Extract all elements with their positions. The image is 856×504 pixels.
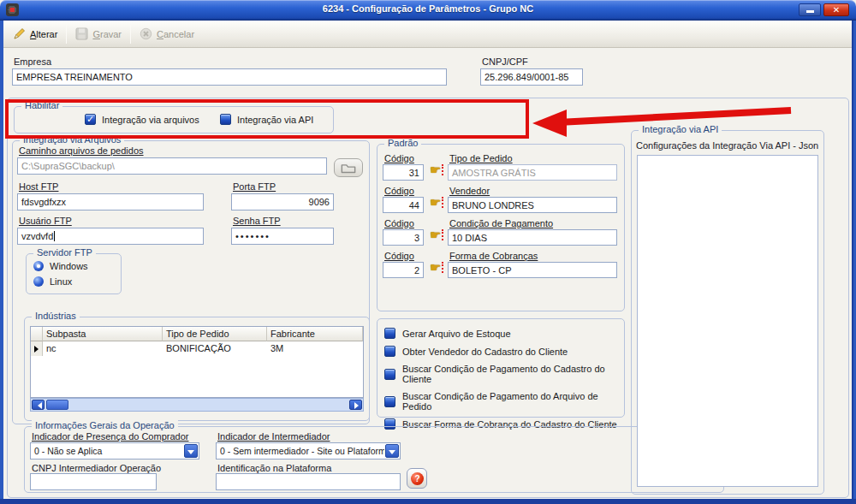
scroll-left-button[interactable] [32, 400, 45, 410]
host-ftp-field[interactable]: fdsvgdfxzx [17, 193, 204, 210]
opcoes-panel: Gerar Arquivo de EstoqueObter Vendedor d… [377, 318, 625, 418]
integracao-api-checkbox[interactable] [220, 114, 231, 125]
informacoes-group: Informações Gerais da Operação Indicador… [24, 426, 724, 493]
padrao-field[interactable]: AMOSTRA GRÁTIS [448, 164, 617, 181]
codigo-field[interactable]: 31 [383, 164, 424, 181]
option-checkbox[interactable] [384, 328, 395, 339]
servidor-ftp-group: Servidor FTP WindowsLinux [26, 253, 122, 294]
usuario-ftp-label: Usuário FTP [19, 216, 72, 226]
integracao-api-group-title: Integração via API [639, 124, 722, 134]
table-cell: BONIFICAÇÃO [163, 341, 267, 356]
codigo-label: Código [384, 186, 414, 196]
empresa-label: Empresa [14, 56, 51, 67]
browse-folder-button[interactable] [334, 158, 363, 177]
codigo-field[interactable]: 3 [383, 229, 424, 246]
industrias-group: Indústrias SubpastaTipo de PedidoFabrica… [24, 317, 370, 421]
red-dots [442, 262, 443, 273]
scrollbar-thumb[interactable] [46, 400, 68, 410]
alterar-button[interactable]: Alterar [7, 24, 63, 44]
option-checkbox[interactable] [384, 369, 395, 380]
table-cell: nc [43, 341, 163, 356]
column-header: Subpasta [43, 327, 163, 341]
padrao-row: Código2☛Forma de CobrançasBOLETO - CP [383, 251, 617, 282]
senha-ftp-field[interactable]: ••••••• [231, 228, 334, 245]
porta-ftp-field[interactable]: 9096 [231, 193, 334, 210]
padrao-field-label: Condição de Pagamento [449, 218, 553, 228]
pencil-icon [13, 27, 26, 40]
table-cell: 3M [267, 341, 363, 356]
indicador-presenca-dropdown[interactable]: 0 - Não se Aplica [30, 442, 199, 460]
help-button[interactable] [407, 468, 427, 489]
option-checkbox-label: Obter Vendedor do Cadastro do Cliente [402, 347, 568, 357]
indicador-intermediador-dropdown[interactable]: 0 - Sem intermediador - Site ou Platafor… [216, 442, 401, 460]
caminho-field[interactable]: C:\SupraSGC\backup\ [17, 157, 327, 175]
padrao-row: Código31☛Tipo de PedidoAMOSTRA GRÁTIS [383, 153, 617, 184]
codigo-label: Código [384, 251, 414, 261]
radio-icon[interactable] [33, 261, 44, 271]
api-json-textarea[interactable] [637, 155, 818, 487]
habilitar-group: Habilitar Integração via arquivos Integr… [14, 106, 334, 133]
option-checkbox[interactable] [384, 346, 395, 357]
senha-ftp-label: Senha FTP [233, 216, 281, 226]
codigo-field[interactable]: 44 [383, 197, 424, 213]
table-row[interactable]: ncBONIFICAÇÃO3M [31, 341, 363, 356]
habilitar-group-title: Habilitar [21, 100, 62, 110]
lookup-hand-icon[interactable]: ☛ [430, 261, 443, 274]
text-cursor [54, 231, 55, 241]
empresa-field[interactable]: EMPRESA TREINAMENTO [12, 68, 447, 86]
cnpj-intermediador-field[interactable] [30, 473, 157, 490]
lookup-hand-icon[interactable]: ☛ [430, 163, 443, 176]
industrias-group-title: Indústrias [32, 311, 80, 321]
lookup-hand-icon[interactable]: ☛ [430, 196, 443, 209]
cancel-icon [140, 27, 152, 40]
codigo-label: Código [384, 153, 414, 163]
scroll-right-button[interactable] [349, 400, 362, 410]
option-checkbox-row[interactable]: Gerar Arquivo de Estoque [384, 328, 624, 339]
window-title: 6234 - Configuração de Parâmetros - Grup… [0, 3, 856, 14]
pointing-hand-glyph: ☛ [430, 228, 441, 241]
chevron-down-icon[interactable] [385, 444, 399, 458]
cnpj-intermediador-label: CNPJ Intermediador Operação [32, 463, 161, 473]
option-checkbox[interactable] [384, 396, 395, 407]
radio-label: Linux [50, 276, 72, 287]
integracao-arquivos-checkbox[interactable] [85, 114, 96, 125]
radio-option-windows[interactable]: Windows [33, 261, 121, 271]
app-window: 6234 - Configuração de Parâmetros - Grup… [0, 0, 856, 504]
alterar-label: Alterar [30, 29, 57, 39]
servidor-options: WindowsLinux [27, 261, 121, 287]
codigo-field[interactable]: 2 [383, 262, 424, 278]
lookup-hand-icon[interactable]: ☛ [430, 228, 443, 241]
save-icon [75, 27, 88, 40]
title-bar[interactable]: 6234 - Configuração de Parâmetros - Grup… [0, 0, 856, 21]
row-selector-icon [34, 346, 39, 353]
radio-icon[interactable] [33, 276, 44, 287]
porta-ftp-label: Porta FTP [233, 181, 276, 192]
usuario-ftp-field[interactable]: vzvdvfd [17, 228, 204, 245]
integracao-api-checkbox-label: Integração via API [237, 115, 313, 125]
padrao-field-label: Forma de Cobranças [449, 251, 538, 261]
cancelar-label: Cancelar [157, 29, 194, 39]
main-toolbar: Alterar Gravar Cancelar [0, 21, 856, 48]
option-checkbox-row[interactable]: Buscar Condição de Pagamento do Cadastro… [384, 364, 624, 384]
padrao-group: Padrão Código31☛Tipo de PedidoAMOSTRA GR… [377, 144, 625, 311]
chevron-down-icon[interactable] [184, 444, 198, 458]
host-ftp-label: Host FTP [19, 181, 58, 192]
horizontal-scrollbar[interactable] [30, 398, 364, 412]
minimize-button[interactable] [799, 3, 821, 16]
padrao-field[interactable]: BRUNO LONDRES [448, 197, 617, 213]
integracao-api-group: Integração via API Configurações da Inte… [631, 130, 824, 495]
indicador-intermediador-label: Indicador de Intermediador [217, 431, 330, 442]
padrao-field[interactable]: BOLETO - CP [448, 262, 617, 278]
cancelar-button[interactable]: Cancelar [134, 24, 200, 44]
gravar-button[interactable]: Gravar [69, 24, 128, 44]
cnpj-cpf-field[interactable]: 25.296.849/0001-85 [480, 68, 583, 86]
identificacao-plataforma-field[interactable] [216, 473, 401, 490]
radio-option-linux[interactable]: Linux [33, 276, 121, 287]
option-checkbox-row[interactable]: Obter Vendedor do Cadastro do Cliente [384, 346, 624, 357]
padrao-field[interactable]: 10 DIAS [448, 229, 617, 246]
option-checkbox-row[interactable]: Buscar Condição de Pagamento do Arquivo … [384, 391, 624, 412]
window-border-bottom [0, 499, 856, 504]
close-button[interactable] [823, 3, 849, 16]
padrao-field-label: Tipo de Pedido [449, 153, 513, 163]
window-border-left [0, 17, 3, 504]
